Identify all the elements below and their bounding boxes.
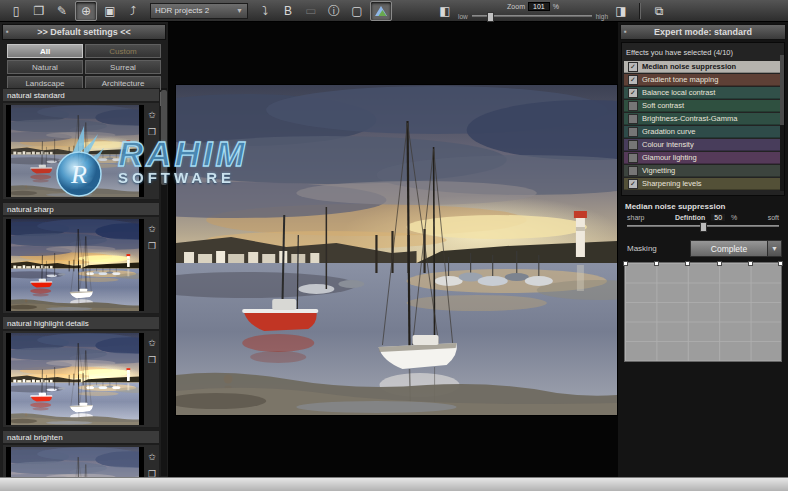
collapse-panel-icon[interactable]: ▪ <box>624 27 627 36</box>
preset-thumbnail-area[interactable]: ✩❐ <box>2 330 160 428</box>
copy-preset-icon[interactable]: ❐ <box>148 241 156 251</box>
effect-label: Sharpening levels <box>642 179 702 188</box>
effect-checkbox[interactable]: ✓ <box>628 88 638 98</box>
category-surreal[interactable]: Surreal <box>85 60 161 74</box>
edit-tools-icon[interactable]: ✎ <box>52 2 72 20</box>
zoom-value[interactable]: 101 <box>528 2 550 11</box>
exposure-increase-icon[interactable]: ◨ <box>611 2 631 20</box>
masking-dropdown[interactable]: Complete <box>690 240 768 257</box>
crop-icon[interactable]: ⧉ <box>649 2 669 20</box>
mask-curve-point[interactable] <box>654 261 659 266</box>
effect-row[interactable]: Brightness-Contrast-Gamma <box>624 113 782 125</box>
main-image-preview <box>176 85 617 415</box>
effect-row[interactable]: ✓Gradient tone mapping <box>624 74 782 86</box>
preset-label: natural standard <box>2 88 160 102</box>
preset-thumbnail[interactable] <box>6 447 144 478</box>
effect-label: Gradient tone mapping <box>642 75 718 84</box>
preset-thumbnail[interactable] <box>6 105 144 197</box>
favorite-star-icon[interactable]: ✩ <box>148 452 156 462</box>
slider-param-value[interactable]: 50 <box>711 214 725 221</box>
effect-row[interactable]: Colour intensity <box>624 139 782 151</box>
zoom-slider-handle[interactable] <box>487 12 494 22</box>
effect-checkbox[interactable] <box>628 127 638 137</box>
exposure-decrease-icon[interactable]: ◧ <box>435 2 455 20</box>
mask-curve-grid[interactable] <box>624 262 782 362</box>
effect-row[interactable]: ✓Balance local contrast <box>624 87 782 99</box>
effect-checkbox[interactable] <box>628 101 638 111</box>
effect-checkbox[interactable] <box>628 153 638 163</box>
effect-row[interactable]: Soft contrast <box>624 100 782 112</box>
expert-panel-header[interactable]: ▪ Expert mode: standard <box>620 24 786 40</box>
harbor-photo <box>176 85 617 415</box>
preset-thumbnail[interactable] <box>6 219 144 311</box>
display-settings-icon[interactable]: ▢ <box>347 2 367 20</box>
open-projects-icon[interactable]: ❐ <box>29 2 49 20</box>
favorite-star-icon[interactable]: ✩ <box>148 224 156 234</box>
sidebar-header[interactable]: ▪ >> Default settings << <box>2 24 166 40</box>
slider-right-label: soft <box>768 214 779 221</box>
effect-row[interactable]: Glamour lighting <box>624 152 782 164</box>
batch-processing-icon[interactable]: B <box>278 2 298 20</box>
collapse-panel-icon[interactable]: ▪ <box>6 27 9 36</box>
favorite-star-icon[interactable]: ✩ <box>148 338 156 348</box>
effect-checkbox[interactable]: ✓ <box>628 179 638 189</box>
mask-curve-point[interactable] <box>623 261 628 266</box>
zoom-low-label: low <box>458 13 468 20</box>
sidebar-scrollbar-thumb[interactable] <box>161 90 167 185</box>
preset-item[interactable]: natural standard <box>2 88 160 200</box>
definition-slider-handle[interactable] <box>700 222 707 232</box>
zoom-slider[interactable] <box>472 15 592 17</box>
copy-preset-icon[interactable]: ❐ <box>148 127 156 137</box>
effect-row[interactable]: Gradation curve <box>624 126 782 138</box>
import-project-icon[interactable]: ⤵ <box>255 2 275 20</box>
sidebar-scrollbar[interactable] <box>161 88 167 476</box>
effect-label: Glamour lighting <box>642 153 697 162</box>
harbor-photo <box>11 447 139 478</box>
mask-curve-point[interactable] <box>685 261 690 266</box>
project-selector-dropdown[interactable]: HDR projects 2 ▼ <box>150 3 248 19</box>
new-project-icon[interactable]: ▯ <box>6 2 26 20</box>
effects-list: ✓Median noise suppression✓Gradient tone … <box>624 61 782 190</box>
effect-row[interactable]: Vignetting <box>624 165 782 177</box>
info-icon[interactable]: ⓘ <box>324 2 344 20</box>
preset-thumbnail[interactable] <box>6 333 144 425</box>
status-bar <box>0 477 788 491</box>
effect-label: Brightness-Contrast-Gamma <box>642 114 737 123</box>
preset-item[interactable]: natural highlight details <box>2 316 160 428</box>
effect-row[interactable]: ✓Sharpening levels <box>624 178 782 190</box>
effect-row[interactable]: ✓Median noise suppression <box>624 61 782 73</box>
mask-curve-point[interactable] <box>748 261 753 266</box>
preset-thumbnail-area[interactable]: ✩❐ <box>2 216 160 314</box>
category-custom[interactable]: Custom <box>85 44 161 58</box>
effect-checkbox[interactable] <box>628 114 638 124</box>
slider-left-label: sharp <box>627 214 645 221</box>
preset-thumbnail-area[interactable]: ✩❐ <box>2 444 160 478</box>
toolbar-left-icons: ▯❐✎⊕▣⤴ <box>6 1 143 21</box>
preset-item[interactable]: natural brighten <box>2 430 160 478</box>
export-project-icon[interactable]: ⤴ <box>123 2 143 20</box>
compare-view-icon[interactable]: ▭ <box>301 2 321 20</box>
effects-scrollbar-thumb[interactable] <box>780 55 784 125</box>
preset-thumbnail-area[interactable]: ✩❐ <box>2 102 160 200</box>
effects-scrollbar[interactable] <box>780 55 784 191</box>
masking-dropdown-arrow-icon[interactable]: ▼ <box>768 240 782 257</box>
save-project-icon[interactable]: ▣ <box>100 2 120 20</box>
histogram-icon[interactable] <box>370 1 392 21</box>
harbor-photo <box>11 333 139 425</box>
preset-item[interactable]: natural sharp <box>2 202 160 314</box>
mask-curve-point[interactable] <box>717 261 722 266</box>
category-natural[interactable]: Natural <box>7 60 83 74</box>
mask-curve-point[interactable] <box>778 261 783 266</box>
favorite-star-icon[interactable]: ✩ <box>148 110 156 120</box>
masking-label: Masking <box>627 244 690 253</box>
web-browse-icon[interactable]: ⊕ <box>75 1 97 21</box>
zoom-label: Zoom <box>507 3 525 10</box>
definition-slider-block: sharp Defintion 50 % soft <box>627 214 779 231</box>
effect-checkbox[interactable] <box>628 166 638 176</box>
effect-checkbox[interactable]: ✓ <box>628 62 638 72</box>
effect-checkbox[interactable] <box>628 140 638 150</box>
category-all[interactable]: All <box>7 44 83 58</box>
copy-preset-icon[interactable]: ❐ <box>148 355 156 365</box>
masking-row: Masking Complete ▼ <box>627 240 782 257</box>
effect-checkbox[interactable]: ✓ <box>628 75 638 85</box>
